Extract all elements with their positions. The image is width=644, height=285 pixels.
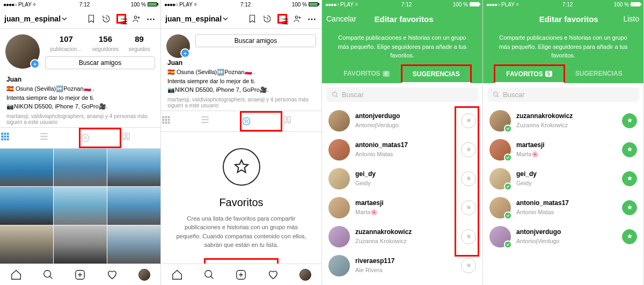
avatar[interactable]: + [5,34,40,69]
bookmark-icon[interactable] [86,14,96,24]
favorites-list-icon[interactable] [116,14,126,24]
done-button[interactable]: Listo [623,14,639,23]
star-toggle[interactable] [622,171,637,186]
search-input[interactable]: Buscar [326,87,478,102]
tab-favoritos[interactable]: FAVORITOS0 [333,64,401,83]
list-item[interactable]: gei_dyGeidy [483,164,643,193]
list-item[interactable]: zuzannakrokowiczZuzanna Krokowicz [483,106,643,135]
add-story-icon[interactable]: + [30,59,40,69]
find-friends-button[interactable]: Buscar amigos [195,34,316,47]
star-toggle[interactable] [622,113,637,128]
avatar [489,110,511,131]
tab-sugerencias[interactable]: SUGERENCIAS [565,64,633,83]
tab-grid[interactable] [0,128,39,148]
screen-favorites-empty: ●●●●○ PLAY ᯤ 7:12 100 % juan_m_espinal ⋯… [161,0,322,285]
svg-point-1 [82,134,89,142]
star-toggle[interactable] [622,142,637,157]
star-toggle[interactable] [461,171,476,186]
search-input[interactable]: Buscar [487,87,639,102]
add-story-icon[interactable]: + [180,48,190,58]
user-info: antonjverdugoAntoniojVerdugo [516,228,617,245]
avatar [489,168,511,189]
tab-favorites[interactable] [240,111,282,131]
stat-following[interactable]: 89seguidos [129,34,150,53]
tab-list[interactable] [200,111,239,131]
cancel-button[interactable]: Cancelar [326,14,356,23]
list-item[interactable]: antonjverdugoAntoniojVerdugo [322,106,482,135]
list-item[interactable]: zuzannakrokowiczZuzanna Krokowicz [322,222,482,251]
add-person-icon[interactable] [292,14,302,24]
avatar [328,197,350,218]
user-info: zuzannakrokowiczZuzanna Krokowicz [355,228,456,245]
screen-edit-suggestions: ●●●●○ PLAY ᯤ 7:12 100 % Cancelar Editar … [322,0,483,285]
tab-list[interactable] [39,128,78,148]
stat-followers[interactable]: 156seguidores [92,34,119,53]
choose-favorites-button[interactable]: Elegir tus favoritos [204,258,279,264]
tab-favorites[interactable] [79,128,121,148]
history-icon[interactable] [101,14,111,24]
user-info: zuzannakrokowiczZuzanna Krokowicz [516,112,617,129]
star-icon [223,148,260,186]
bio: Juan 🇪🇸 Osuna (Sevilla)↔️Poznan🇵🇱 . Inte… [161,58,321,94]
screen-edit-favoritos: ●●●●○ PLAY ᯤ 7:12 100 % Editar favoritos… [483,0,644,285]
star-toggle[interactable] [461,142,476,157]
nav-home[interactable] [161,264,193,285]
more-icon[interactable]: ⋯ [147,14,156,24]
star-toggle[interactable] [461,229,476,244]
list-item[interactable]: riveraesp117Ale Rivera [322,251,482,280]
mutual-followers: martaesji, valdiviaphotographers, anaesj… [0,111,160,127]
add-person-icon[interactable] [131,14,141,24]
favorites-list-icon[interactable] [277,14,287,24]
tab-tagged[interactable] [282,111,321,131]
find-friends-button[interactable]: Buscar amigos [45,56,155,69]
star-toggle[interactable] [622,200,637,215]
avatar [328,139,350,160]
nav-profile[interactable] [128,264,160,285]
svg-point-13 [494,92,498,96]
nav-search[interactable] [193,264,225,285]
bottom-nav [161,264,321,285]
bookmark-icon[interactable] [247,14,257,24]
mutual-followers: martaesji, valdiviaphotographers, anaesj… [161,94,321,111]
view-tabs [161,111,321,132]
list-item[interactable]: martaesjiMarta🌸 [322,193,482,222]
status-bar: ●●●●○ PLAY ᯤ 7:12 100 % [161,0,321,9]
nav-search[interactable] [32,264,64,285]
nav-add[interactable] [225,264,258,285]
username-dropdown[interactable]: juan_m_espinal [165,14,228,23]
nav-profile[interactable] [289,264,321,285]
stat-posts[interactable]: 107publicacion… [50,34,82,53]
list-item[interactable]: antonio_matas17Antonio Matas [483,193,643,222]
list-item[interactable]: gei_dyGeidy [322,164,482,193]
tab-sugerencias[interactable]: SUGERENCIAS [401,64,472,83]
more-icon[interactable]: ⋯ [308,14,317,24]
nav-activity[interactable] [257,264,289,285]
screen-profile-grid: ●●●●○ PLAY ᯤ 7:12 100 % juan_m_espinal ⋯… [0,0,161,285]
edit-topbar: Cancelar Editar favoritos [322,9,482,29]
page-title: Editar favoritos [539,14,598,24]
edit-desc: Comparte publicaciones e historias con u… [483,29,643,64]
tab-tagged[interactable] [121,128,160,148]
tab-grid[interactable] [161,111,200,131]
svg-point-4 [43,270,50,277]
bio: Juan 🇪🇸 Osuna (Sevilla)↔️Poznan🇵🇱 . Inte… [0,75,160,111]
history-icon[interactable] [262,14,272,24]
favorites-title: Favoritos [219,196,263,209]
photo-grid[interactable] [0,149,160,264]
star-toggle[interactable] [622,229,637,244]
username-dropdown[interactable]: juan_m_espinal [4,14,67,23]
tab-favoritos[interactable]: FAVORITOS5 [494,64,565,83]
nav-home[interactable] [0,264,32,285]
list-item[interactable]: antonio_matas17Antonio Matas [322,135,482,164]
edit-tabs: FAVORITOS5 SUGERENCIAS [483,64,643,83]
nav-activity[interactable] [96,264,128,285]
nav-add[interactable] [64,264,97,285]
list-item[interactable]: martaesjiMarta🌸 [483,135,643,164]
list-item[interactable]: antonjverdugoAntoniojVerdugo [483,222,643,251]
star-toggle[interactable] [461,113,476,128]
star-toggle[interactable] [461,200,476,215]
star-toggle[interactable] [461,258,476,273]
avatar[interactable]: + [166,34,190,58]
avatar [328,168,350,189]
status-bar: ●●●●○ PLAY ᯤ 7:12 100 % [483,0,643,9]
